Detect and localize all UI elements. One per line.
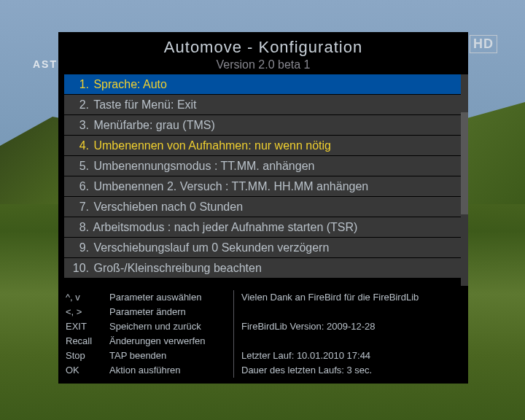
footer-desc: Änderungen verwerfen (109, 334, 233, 349)
menu-item-label: Groß-/Kleinschreibung beachten (90, 262, 262, 274)
menu-item-number: 6. (71, 176, 89, 197)
footer-key: ^, v (66, 290, 109, 305)
menu-list: 1. Sprache: Auto2. Taste für Menü: Exit3… (58, 74, 468, 286)
footer-key: Stop (66, 349, 109, 363)
hd-badge: HD (470, 35, 497, 53)
menu-item-number: 2. (71, 95, 89, 115)
menu-item-label: Umbenennungsmodus : TT.MM. anhängen (90, 160, 314, 172)
menu-item[interactable]: 8. Arbeitsmodus : nach jeder Aufnahme st… (64, 217, 462, 238)
menu-item[interactable]: 1. Sprache: Auto (64, 74, 462, 95)
menu-item[interactable]: 5. Umbenennungsmodus : TT.MM. anhängen (64, 156, 462, 176)
menu-item-number: 3. (71, 115, 89, 136)
menu-item-label: Umbenennen von Aufnahmen: nur wenn nötig (90, 139, 331, 152)
footer-info-line (241, 305, 461, 319)
menu-item-number: 9. (71, 238, 89, 258)
footer-desc: Aktion ausführen (109, 363, 233, 378)
panel-version: Version 2.0 beta 1 (58, 58, 468, 71)
config-panel: Automove - Konfiguration Version 2.0 bet… (58, 32, 468, 384)
menu-item-number: 10. (71, 258, 89, 279)
footer-info-line (241, 334, 461, 349)
menu-item[interactable]: 2. Taste für Menü: Exit (64, 95, 462, 115)
footer-key: Recall (66, 334, 109, 349)
menu-item-label: Taste für Menü: Exit (90, 98, 197, 111)
footer-key: EXIT (66, 319, 109, 334)
menu-item-number: 5. (71, 156, 89, 176)
footer-desc: Parameter ändern (109, 305, 233, 319)
footer-info-line: FireBirdLib Version: 2009-12-28 (241, 319, 461, 334)
footer-desc: Parameter auswählen (109, 290, 233, 305)
menu-item[interactable]: 10. Groß-/Kleinschreibung beachten (64, 258, 462, 279)
menu-item-number: 7. (71, 197, 89, 217)
menu-item-label: Verschiebungslauf um 0 Sekunden verzöger… (90, 241, 329, 254)
menu-item-number: 1. (71, 74, 89, 95)
footer: ^, v<, >EXITRecallStopOK Parameter auswä… (58, 286, 468, 384)
menu-item[interactable]: 7. Verschieben nach 0 Stunden (64, 197, 462, 217)
panel-header: Automove - Konfiguration Version 2.0 bet… (58, 32, 468, 74)
scrollbar-thumb[interactable] (461, 112, 468, 214)
footer-key: OK (66, 363, 109, 378)
footer-info-line: Letzter Lauf: 10.01.2010 17:44 (241, 349, 461, 363)
menu-item-number: 4. (71, 136, 89, 156)
footer-info-line: Vielen Dank an FireBird für die FireBird… (241, 290, 461, 305)
menu-item-label: Arbeitsmodus : nach jeder Aufnahme start… (90, 221, 357, 233)
menu-item-number: 8. (71, 217, 89, 238)
menu-item[interactable]: 6. Umbenennen 2. Versuch : TT.MM. HH.MM … (64, 176, 462, 197)
footer-key: <, > (66, 305, 109, 319)
menu-item[interactable]: 4. Umbenennen von Aufnahmen: nur wenn nö… (64, 136, 462, 156)
footer-desc: TAP beenden (109, 349, 233, 363)
footer-desc: Speichern und zurück (109, 319, 233, 334)
menu-item-label: Umbenennen 2. Versuch : TT.MM. HH.MM anh… (90, 180, 368, 192)
channel-logo: ASTI (33, 58, 62, 70)
menu-item[interactable]: 3. Menüfarbe: grau (TMS) (64, 115, 462, 136)
panel-title: Automove - Konfiguration (58, 38, 468, 57)
footer-info-line: Dauer des letzten Laufs: 3 sec. (241, 363, 461, 378)
menu-item-label: Menüfarbe: grau (TMS) (90, 119, 215, 131)
menu-item-label: Verschieben nach 0 Stunden (90, 201, 243, 213)
menu-item-label: Sprache: Auto (90, 78, 167, 90)
menu-item[interactable]: 9. Verschiebungslauf um 0 Sekunden verzö… (64, 238, 462, 258)
scrollbar-track[interactable] (461, 74, 468, 286)
